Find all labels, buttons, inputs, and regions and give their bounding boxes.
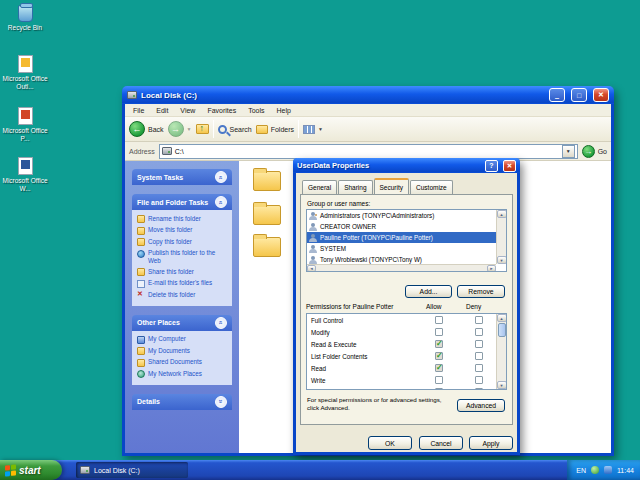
other-places-header[interactable]: Other Places — [132, 315, 232, 331]
deny-checkbox[interactable] — [475, 364, 483, 372]
desktop-icon-office-powerpoint[interactable]: Microsoft Office P... — [1, 107, 49, 143]
folder-item[interactable] — [253, 237, 281, 257]
add-button[interactable]: Add... — [405, 285, 452, 298]
folder-item[interactable] — [253, 205, 281, 225]
user-list[interactable]: Administrators (TONYPC\Administrators) C… — [306, 209, 507, 272]
user-row[interactable]: Administrators (TONYPC\Administrators) — [307, 210, 496, 221]
dialog-titlebar[interactable]: UserData Properties — [293, 158, 520, 173]
tray-status-icon[interactable] — [591, 466, 599, 474]
cancel-button[interactable]: Cancel — [419, 436, 463, 450]
maximize-button[interactable] — [571, 88, 587, 102]
allow-checkbox[interactable] — [435, 364, 443, 372]
search-button[interactable]: Search — [218, 125, 252, 134]
tab-customize[interactable]: Customize — [410, 180, 453, 194]
scroll-right-button[interactable]: ► — [487, 265, 496, 272]
advanced-button[interactable]: Advanced — [457, 399, 505, 412]
permission-row: List Folder Contents — [307, 350, 496, 362]
taskbar-task-local-disk[interactable]: Local Disk (C:) — [76, 462, 188, 478]
chevron-down-icon[interactable] — [215, 396, 227, 408]
desktop-icon-office-outlook[interactable]: Microsoft Office Outl... — [1, 55, 49, 91]
close-button[interactable] — [593, 88, 609, 102]
tab-sharing[interactable]: Sharing — [338, 180, 372, 194]
tab-security[interactable]: Security — [374, 178, 409, 194]
user-row[interactable]: SYSTEM — [307, 243, 496, 254]
remove-button[interactable]: Remove — [457, 285, 505, 298]
deny-checkbox[interactable] — [475, 376, 483, 384]
menu-tools[interactable]: Tools — [242, 107, 270, 114]
task-email-files[interactable]: E-mail this folder's files — [135, 278, 229, 290]
vertical-scrollbar[interactable]: ▲ ▼ — [496, 210, 506, 264]
folders-icon — [256, 125, 268, 134]
scrollbar-thumb[interactable] — [498, 323, 506, 337]
task-share-folder[interactable]: Share this folder — [135, 266, 229, 278]
go-button[interactable]: → Go — [582, 145, 607, 158]
horizontal-scrollbar[interactable]: ◄ ► — [307, 264, 496, 271]
user-name: Tony Wroblewski (TONYPC\Tony W) — [320, 256, 422, 263]
place-my-computer[interactable]: My Computer — [135, 334, 229, 346]
desktop-icon-office-word[interactable]: Microsoft Office W... — [1, 157, 49, 193]
dialog-close-button[interactable] — [503, 160, 516, 172]
address-input[interactable]: C:\ ▼ — [159, 144, 578, 159]
minimize-button[interactable] — [549, 88, 565, 102]
deny-checkbox[interactable] — [475, 388, 483, 390]
menu-view[interactable]: View — [174, 107, 201, 114]
task-delete-folder[interactable]: Delete this folder — [135, 289, 229, 301]
user-row[interactable]: CREATOR OWNER — [307, 221, 496, 232]
language-indicator[interactable]: EN — [576, 467, 586, 474]
start-button[interactable]: start — [0, 460, 62, 480]
task-move-folder[interactable]: Move this folder — [135, 225, 229, 237]
apply-button[interactable]: Apply — [469, 436, 513, 450]
allow-checkbox[interactable] — [435, 388, 443, 390]
scroll-down-button[interactable]: ▼ — [497, 381, 507, 389]
help-button[interactable] — [485, 160, 498, 172]
allow-checkbox[interactable] — [435, 340, 443, 348]
vertical-scrollbar[interactable]: ▲ ▼ — [496, 314, 506, 389]
scroll-up-button[interactable]: ▲ — [497, 210, 507, 218]
up-folder-icon — [196, 124, 209, 134]
ok-button[interactable]: OK — [368, 436, 412, 450]
address-dropdown-button[interactable]: ▼ — [562, 145, 575, 158]
menu-file[interactable]: File — [127, 107, 150, 114]
go-icon: → — [582, 145, 595, 158]
menu-help[interactable]: Help — [271, 107, 297, 114]
deny-checkbox[interactable] — [475, 340, 483, 348]
scroll-left-button[interactable]: ◄ — [307, 265, 316, 272]
tab-general[interactable]: General — [302, 180, 337, 194]
user-row[interactable]: Pauline Potter (TONYPC\Pauline Potter) — [307, 232, 496, 243]
deny-checkbox[interactable] — [475, 328, 483, 336]
scroll-up-button[interactable]: ▲ — [497, 314, 507, 322]
desktop-icon-label: Microsoft Office Outl... — [1, 75, 49, 91]
deny-checkbox[interactable] — [475, 352, 483, 360]
task-copy-folder[interactable]: Copy this folder — [135, 236, 229, 248]
views-button[interactable]: ▼ — [303, 125, 323, 134]
allow-checkbox[interactable] — [435, 316, 443, 324]
explorer-titlebar[interactable]: Local Disk (C:) — [122, 86, 614, 104]
chevron-up-icon[interactable] — [215, 196, 227, 208]
details-header[interactable]: Details — [132, 394, 232, 410]
deny-checkbox[interactable] — [475, 316, 483, 324]
back-button[interactable]: ← Back — [129, 121, 164, 137]
folders-button[interactable]: Folders — [256, 125, 294, 134]
chevron-up-icon[interactable] — [215, 171, 227, 183]
place-my-documents[interactable]: My Documents — [135, 345, 229, 357]
chevron-up-icon[interactable] — [215, 317, 227, 329]
desktop-icon-recycle-bin[interactable]: Recycle Bin — [1, 5, 49, 32]
forward-button[interactable]: → ▼ — [168, 121, 192, 137]
place-shared-documents[interactable]: Shared Documents — [135, 357, 229, 369]
task-publish-folder[interactable]: Publish this folder to the Web — [135, 248, 229, 267]
menu-favorites[interactable]: Favorites — [201, 107, 242, 114]
menu-edit[interactable]: Edit — [150, 107, 174, 114]
task-rename-folder[interactable]: Rename this folder — [135, 213, 229, 225]
system-tasks-header[interactable]: System Tasks — [132, 169, 232, 185]
allow-checkbox[interactable] — [435, 352, 443, 360]
allow-checkbox[interactable] — [435, 328, 443, 336]
tray-status-icon[interactable] — [604, 466, 612, 474]
permission-label: Read — [311, 365, 326, 372]
file-folder-tasks-header[interactable]: File and Folder Tasks — [132, 194, 232, 210]
allow-checkbox[interactable] — [435, 376, 443, 384]
up-button[interactable] — [196, 124, 209, 134]
folder-item[interactable] — [253, 171, 281, 191]
scroll-down-button[interactable]: ▼ — [497, 256, 507, 264]
place-my-network-places[interactable]: My Network Places — [135, 368, 229, 380]
permissions-list[interactable]: Full Control Modify Read & Execute List … — [306, 313, 507, 390]
